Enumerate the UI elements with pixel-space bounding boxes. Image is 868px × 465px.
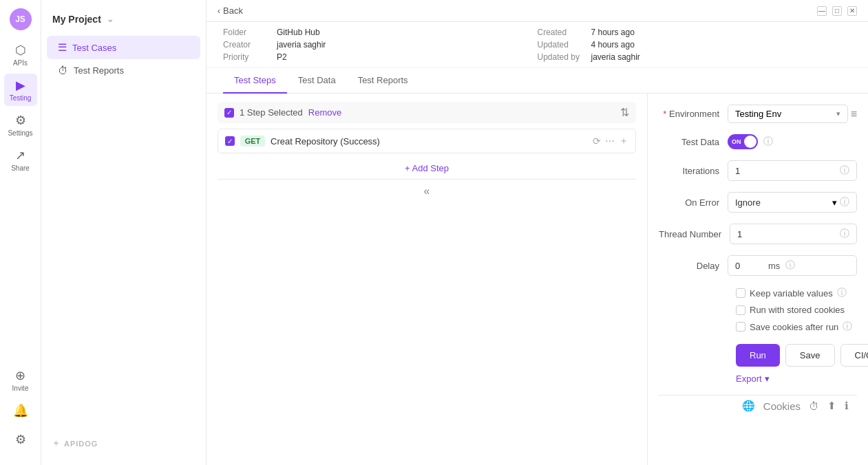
sidebar-item-apis[interactable]: ⬡ APIs bbox=[4, 39, 37, 71]
apis-icon: ⬡ bbox=[15, 43, 26, 58]
cookies-label[interactable]: Cookies bbox=[763, 400, 801, 412]
step-actions: ⟳ ⋯ ＋ bbox=[593, 135, 628, 147]
delay-label: Delay bbox=[659, 261, 728, 271]
gear-settings[interactable]: ⚙ bbox=[4, 428, 37, 451]
maximize-button[interactable]: □ bbox=[832, 6, 842, 16]
add-step-button[interactable]: + Add Step bbox=[218, 158, 636, 179]
test-data-row: Test Data ON ⓘ bbox=[659, 134, 857, 149]
sidebar-item-share[interactable]: ↗ Share bbox=[4, 144, 37, 176]
gear-icon: ⚙ bbox=[15, 432, 26, 447]
stored-cookies-row: Run with stored cookies bbox=[736, 305, 857, 315]
export-row[interactable]: Export ▾ bbox=[736, 374, 857, 384]
tab-test-data[interactable]: Test Data bbox=[287, 68, 347, 94]
tab-test-reports[interactable]: Test Reports bbox=[347, 68, 419, 94]
test-cases-icon: ☰ bbox=[58, 41, 67, 54]
nav-item-test-cases[interactable]: ☰ Test Cases bbox=[47, 36, 200, 59]
thread-number-row: Thread Number ⓘ bbox=[659, 224, 857, 244]
tabs-bar: Test Steps Test Data Test Reports bbox=[207, 68, 868, 94]
sidebar-icons: JS ⬡ APIs ▶ Testing ⚙ Settings ↗ Share ⊕… bbox=[0, 0, 41, 465]
selection-bar: ✓ 1 Step Selected Remove ⇅ bbox=[218, 102, 636, 123]
window-controls: — □ ✕ bbox=[817, 6, 857, 16]
stored-cookies-checkbox[interactable] bbox=[736, 305, 745, 315]
collapse-icon: « bbox=[424, 185, 430, 197]
iterations-input-container: ⓘ bbox=[728, 160, 857, 181]
minimize-button[interactable]: — bbox=[817, 6, 827, 16]
back-button[interactable]: ‹ Back bbox=[218, 6, 243, 16]
cicd-button[interactable]: CI/CD bbox=[840, 344, 869, 367]
action-buttons: Run Save CI/CD bbox=[736, 344, 857, 367]
globe-icon[interactable]: 🌐 bbox=[742, 400, 755, 412]
project-header[interactable]: My Project ⌄ bbox=[41, 11, 206, 36]
created-row: Created 7 hours ago bbox=[538, 28, 852, 37]
save-button[interactable]: Save bbox=[785, 344, 835, 367]
nav-item-label-test-reports: Test Reports bbox=[74, 65, 124, 76]
updated-by-row: Updated by javeria saghir bbox=[538, 52, 852, 62]
on-error-chevron-icon: ▾ bbox=[832, 197, 837, 208]
project-chevron-icon: ⌄ bbox=[107, 14, 114, 24]
keep-variable-checkbox[interactable] bbox=[736, 288, 745, 298]
notification-bell[interactable]: 🔔 bbox=[4, 399, 37, 422]
sidebar-item-settings[interactable]: ⚙ Settings bbox=[4, 109, 37, 141]
upload-icon[interactable]: ⬆ bbox=[827, 400, 836, 412]
clock-icon[interactable]: ⏱ bbox=[809, 400, 819, 412]
selection-info: ✓ 1 Step Selected Remove bbox=[224, 107, 341, 118]
remove-link[interactable]: Remove bbox=[308, 107, 341, 118]
thread-number-input-container: ⓘ bbox=[730, 224, 857, 244]
on-error-row: On Error Ignore ▾ ⓘ bbox=[659, 192, 857, 213]
iterations-label: Iterations bbox=[659, 166, 728, 176]
iterations-row: Iterations ⓘ bbox=[659, 160, 857, 181]
avatar: JS bbox=[10, 8, 32, 30]
bottom-bar: 🌐 Cookies ⏱ ⬆ ℹ bbox=[659, 395, 857, 416]
environment-dropdown[interactable]: Testing Env ▾ bbox=[728, 105, 848, 123]
environment-label: * Environment bbox=[659, 109, 728, 119]
step-checkbox[interactable]: ✓ bbox=[225, 136, 235, 146]
environment-row: * Environment Testing Env ▾ ≡ bbox=[659, 105, 857, 123]
settings-icon: ⚙ bbox=[15, 113, 26, 128]
save-cookies-info-icon[interactable]: ⓘ bbox=[843, 321, 852, 333]
on-error-select[interactable]: Ignore ▾ ⓘ bbox=[728, 192, 857, 213]
environment-menu-icon[interactable]: ≡ bbox=[851, 108, 857, 120]
folder-row: Folder GitHub Hub bbox=[223, 28, 538, 37]
delay-info-icon[interactable]: ⓘ bbox=[785, 259, 795, 272]
step-add-icon[interactable]: ＋ bbox=[619, 135, 628, 147]
info-circle-icon[interactable]: ℹ bbox=[845, 400, 849, 412]
iterations-info-icon[interactable]: ⓘ bbox=[840, 164, 849, 177]
meta-info: Folder GitHub Hub Created 7 hours ago Cr… bbox=[207, 22, 868, 68]
on-error-info-icon[interactable]: ⓘ bbox=[840, 196, 849, 208]
test-reports-icon: ⏱ bbox=[58, 65, 68, 76]
sidebar-item-testing[interactable]: ▶ Testing bbox=[4, 74, 37, 106]
run-button[interactable]: Run bbox=[736, 344, 780, 367]
step-more-icon[interactable]: ⋯ bbox=[605, 136, 615, 147]
save-cookies-checkbox[interactable] bbox=[736, 322, 745, 332]
delay-input[interactable] bbox=[735, 261, 763, 271]
select-all-checkbox[interactable]: ✓ bbox=[224, 108, 234, 118]
collapse-button[interactable]: « bbox=[218, 179, 636, 203]
top-bar: ‹ Back — □ ✕ bbox=[207, 0, 868, 22]
keep-variable-info-icon[interactable]: ⓘ bbox=[837, 287, 847, 299]
export-chevron-icon: ▾ bbox=[765, 374, 770, 384]
iterations-input[interactable] bbox=[735, 166, 776, 176]
sidebar-item-invite[interactable]: ⊕ Invite bbox=[4, 364, 37, 396]
share-icon: ↗ bbox=[15, 148, 25, 163]
main-content: ‹ Back — □ ✕ Folder GitHub Hub Created 7… bbox=[207, 0, 868, 465]
table-row: ✓ GET Creat Repository (Success) ⟳ ⋯ ＋ bbox=[218, 129, 636, 153]
keep-variable-row: Keep variable values ⓘ bbox=[736, 287, 857, 299]
test-data-info-icon[interactable]: ⓘ bbox=[763, 136, 773, 148]
test-data-toggle: ON ⓘ bbox=[728, 134, 773, 149]
tab-test-steps[interactable]: Test Steps bbox=[223, 68, 287, 94]
nav-item-test-reports[interactable]: ⏱ Test Reports bbox=[47, 59, 200, 82]
environment-select: Testing Env ▾ ≡ bbox=[728, 105, 857, 123]
close-button[interactable]: ✕ bbox=[847, 6, 857, 16]
thread-number-input[interactable] bbox=[737, 229, 779, 239]
steps-panel: ✓ 1 Step Selected Remove ⇅ ✓ GET Creat R… bbox=[207, 94, 648, 465]
test-data-toggle-button[interactable]: ON bbox=[728, 134, 758, 149]
step-refresh-icon[interactable]: ⟳ bbox=[593, 136, 601, 147]
step-method: GET bbox=[240, 136, 265, 147]
bell-icon: 🔔 bbox=[13, 403, 28, 418]
testing-icon: ▶ bbox=[16, 78, 25, 93]
step-name: Creat Repository (Success) bbox=[271, 136, 587, 147]
thread-number-label: Thread Number bbox=[659, 229, 730, 239]
thread-number-info-icon[interactable]: ⓘ bbox=[840, 228, 849, 240]
sort-icon[interactable]: ⇅ bbox=[620, 106, 629, 119]
creator-row: Creator javeria saghir bbox=[223, 40, 538, 50]
